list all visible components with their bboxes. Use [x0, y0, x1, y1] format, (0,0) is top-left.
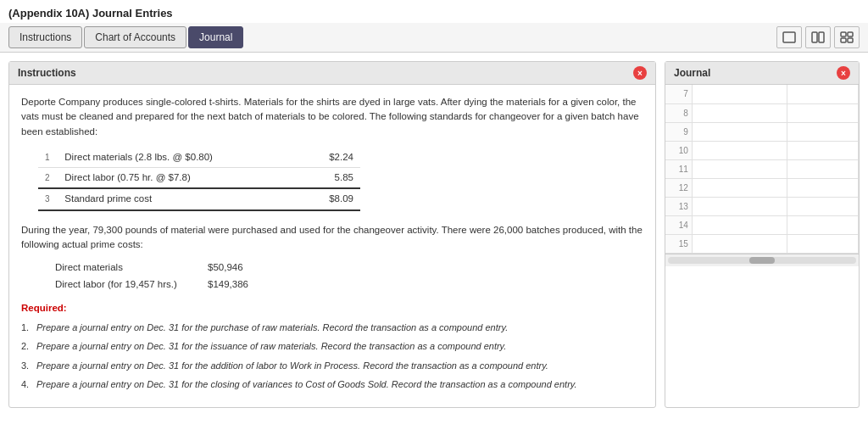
svg-rect-5 [841, 38, 846, 42]
svg-rect-2 [819, 32, 824, 42]
journal-cell-2[interactable] [787, 141, 858, 159]
journal-cell-1[interactable] [692, 197, 787, 215]
journal-cell-1[interactable] [692, 85, 787, 103]
standards-value: $8.09 [296, 188, 360, 209]
tab-bar: Instructions Chart of Accounts Journal [0, 23, 868, 53]
tab-instructions[interactable]: Instructions [8, 26, 82, 48]
required-list-item: Prepare a journal entry on Dec. 31 for t… [21, 339, 643, 354]
scrollbar-thumb[interactable] [749, 257, 775, 264]
journal-cell-2[interactable] [787, 103, 858, 122]
app-container: (Appendix 10A) Journal Entries Instructi… [0, 0, 868, 430]
journal-row: 15 [665, 234, 859, 253]
journal-row-num: 13 [665, 197, 692, 215]
cost-label: Direct materials [55, 260, 208, 275]
journal-close-button[interactable]: × [837, 66, 850, 80]
view-icon-2[interactable] [805, 26, 831, 48]
standards-row: 3 Standard prime cost $8.09 [38, 188, 360, 209]
journal-cell-2[interactable] [787, 197, 858, 215]
tab-journal[interactable]: Journal [188, 26, 243, 48]
journal-cell-1[interactable] [692, 103, 787, 122]
actual-paragraph: During the year, 79,300 pounds of materi… [21, 223, 643, 253]
instructions-panel: Instructions × Deporte Company produces … [8, 61, 656, 408]
journal-cell-2[interactable] [787, 178, 858, 197]
journal-cell-2[interactable] [787, 159, 858, 178]
journal-cell-1[interactable] [692, 122, 787, 141]
standards-row: 2 Direct labor (0.75 hr. @ $7.8) 5.85 [38, 168, 360, 189]
journal-row-num: 11 [665, 159, 692, 178]
view-icon-3[interactable] [834, 26, 860, 48]
journal-row: 14 [665, 215, 859, 234]
actual-cost-row: Direct materials $50,946 [55, 260, 643, 275]
journal-cell-2[interactable] [787, 122, 858, 141]
journal-cell-2[interactable] [787, 234, 858, 253]
standards-num: 3 [38, 188, 58, 209]
journal-row-num: 14 [665, 215, 692, 234]
instructions-panel-content: Deporte Company produces single-colored … [9, 85, 655, 407]
journal-row: 10 [665, 141, 859, 159]
journal-row-num: 12 [665, 178, 692, 197]
page-title: (Appendix 10A) Journal Entries [0, 0, 868, 23]
standards-table: 1 Direct materials (2.8 lbs. @ $0.80) $2… [38, 148, 360, 211]
journal-row-num: 7 [665, 85, 692, 103]
journal-panel: Journal × 7 8 9 10 11 12 13 14 [665, 61, 860, 408]
journal-cell-2[interactable] [787, 215, 858, 234]
journal-grid: 7 8 9 10 11 12 13 14 15 [665, 85, 859, 254]
journal-cell-1[interactable] [692, 159, 787, 178]
instructions-panel-title: Instructions [18, 67, 76, 79]
journal-row: 8 [665, 103, 859, 122]
journal-row: 11 [665, 159, 859, 178]
single-pane-icon [782, 31, 796, 43]
journal-cell-1[interactable] [692, 234, 787, 253]
svg-rect-1 [812, 32, 817, 42]
svg-rect-3 [841, 32, 846, 36]
scrollbar-area[interactable] [665, 254, 859, 266]
actual-cost-row: Direct labor (for 19,457 hrs.) $149,386 [55, 277, 643, 292]
main-area: Instructions × Deporte Company produces … [0, 53, 868, 416]
journal-row: 7 [665, 85, 859, 103]
standards-label: Direct labor (0.75 hr. @ $7.8) [58, 168, 296, 189]
standards-label: Direct materials (2.8 lbs. @ $0.80) [58, 148, 296, 168]
actual-costs: Direct materials $50,946 Direct labor (f… [55, 260, 643, 293]
standards-num: 1 [38, 148, 58, 168]
svg-rect-6 [848, 38, 853, 42]
journal-panel-title: Journal [674, 67, 710, 79]
required-list-item: Prepare a journal entry on Dec. 31 for t… [21, 359, 643, 373]
journal-row-num: 10 [665, 141, 692, 159]
view-icon-1[interactable] [776, 26, 802, 48]
split-pane-icon [811, 31, 825, 43]
list-view-icon [840, 31, 854, 43]
standards-value: $2.24 [296, 148, 360, 168]
required-label: Required: [21, 301, 643, 316]
journal-row-num: 8 [665, 103, 692, 122]
journal-cell-2[interactable] [787, 85, 858, 103]
standards-value: 5.85 [296, 168, 360, 189]
required-list-item: Prepare a journal entry on Dec. 31 for t… [21, 377, 643, 392]
standards-label: Standard prime cost [58, 188, 296, 209]
required-list: Prepare a journal entry on Dec. 31 for t… [21, 321, 643, 392]
svg-rect-4 [848, 32, 853, 36]
svg-rect-0 [783, 32, 795, 42]
required-section: Required: Prepare a journal entry on Dec… [21, 301, 643, 392]
journal-cell-1[interactable] [692, 178, 787, 197]
tab-icon-group [776, 26, 860, 48]
instructions-close-button[interactable]: × [633, 66, 647, 80]
journal-row: 9 [665, 122, 859, 141]
journal-cell-1[interactable] [692, 215, 787, 234]
standards-num: 2 [38, 168, 58, 189]
tab-chart-of-accounts[interactable]: Chart of Accounts [84, 26, 186, 48]
required-list-item: Prepare a journal entry on Dec. 31 for t… [21, 321, 643, 335]
standards-row: 1 Direct materials (2.8 lbs. @ $0.80) $2… [38, 148, 360, 168]
journal-row-num: 15 [665, 234, 692, 253]
journal-cell-1[interactable] [692, 141, 787, 159]
journal-panel-header: Journal × [665, 62, 859, 85]
cost-label: Direct labor (for 19,457 hrs.) [55, 277, 208, 292]
intro-paragraph: Deporte Company produces single-colored … [21, 95, 643, 139]
cost-value: $50,946 [208, 260, 275, 275]
scrollbar-track[interactable] [668, 257, 856, 264]
journal-row-num: 9 [665, 122, 692, 141]
instructions-panel-header: Instructions × [9, 62, 655, 85]
cost-value: $149,386 [208, 277, 275, 292]
journal-row: 13 [665, 197, 859, 215]
journal-row: 12 [665, 178, 859, 197]
